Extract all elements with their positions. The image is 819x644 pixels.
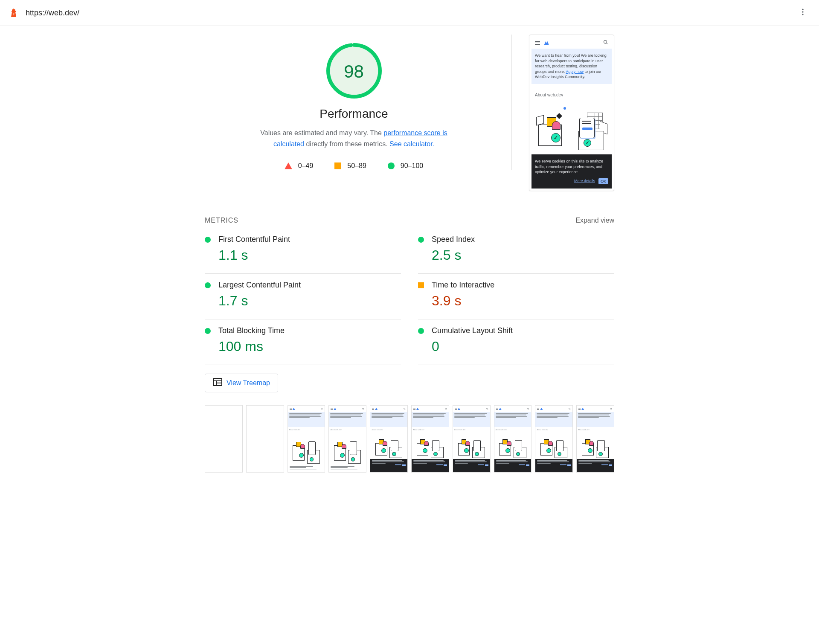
- webdev-logo-icon: [543, 41, 549, 46]
- performance-summary: 98 Performance Values are estimated and …: [205, 35, 512, 170]
- see-calculator-link[interactable]: See calculator.: [389, 140, 434, 148]
- apply-now-link: Apply now: [566, 70, 584, 74]
- metric-item: Time to Interactive 3.9 s: [418, 273, 614, 319]
- svg-line-26: [611, 409, 612, 409]
- treemap-icon: [213, 378, 222, 388]
- metrics-grid: First Contentful Paint 1.1 s Speed Index…: [205, 228, 614, 365]
- metric-name: Speed Index: [432, 235, 614, 244]
- svg-line-24: [570, 409, 570, 409]
- svg-point-23: [569, 408, 570, 409]
- filmstrip-frame[interactable]: About web.dev: [576, 405, 614, 473]
- metric-item: Total Blocking Time 100 ms: [205, 319, 401, 365]
- svg-line-6: [607, 43, 608, 44]
- filmstrip-frame[interactable]: About web.dev: [453, 405, 491, 473]
- expand-view-toggle[interactable]: Expand view: [575, 217, 614, 224]
- filmstrip-frame[interactable]: [246, 405, 284, 473]
- topbar: https://web.dev/: [0, 0, 819, 26]
- score-legend: 0–49 50–89 90–100: [205, 162, 503, 170]
- metric-value: 3.9 s: [432, 293, 614, 309]
- svg-point-19: [486, 408, 488, 409]
- svg-line-12: [322, 409, 323, 409]
- triangle-icon: [285, 162, 292, 169]
- metric-item: Largest Contentful Paint 1.7 s: [205, 273, 401, 319]
- svg-point-11: [321, 408, 322, 409]
- metric-status-icon: [418, 237, 424, 243]
- score-description: Values are estimated and may vary. The p…: [256, 128, 452, 149]
- metric-status-icon: [205, 237, 211, 243]
- metric-status-icon: [205, 282, 211, 288]
- preview-banner: We want to hear from you! We are looking…: [531, 49, 612, 84]
- legend-fail: 0–49: [285, 162, 314, 170]
- svg-point-21: [528, 408, 529, 409]
- metric-item: Speed Index 2.5 s: [418, 228, 614, 273]
- svg-line-16: [405, 409, 405, 409]
- filmstrip: About web.dev About web.dev About web.de…: [205, 405, 614, 473]
- metric-value: 0: [432, 339, 614, 354]
- legend-average: 50–89: [334, 162, 366, 170]
- metric-status-icon: [418, 328, 424, 334]
- performance-gauge: 98: [326, 43, 382, 100]
- metric-name: First Contentful Paint: [218, 235, 401, 244]
- metric-item: First Contentful Paint 1.1 s: [205, 228, 401, 273]
- circle-icon: [388, 162, 395, 169]
- page-url: https://web.dev/: [26, 9, 795, 17]
- more-details-link: More details: [574, 178, 595, 184]
- search-icon: [603, 40, 608, 46]
- svg-point-1: [802, 11, 803, 12]
- svg-point-15: [404, 408, 405, 409]
- filmstrip-frame[interactable]: About web.dev: [494, 405, 532, 473]
- metric-item: Cumulative Layout Shift 0: [418, 319, 614, 365]
- filmstrip-frame[interactable]: About web.dev: [411, 405, 449, 473]
- svg-point-17: [445, 408, 446, 409]
- svg-rect-7: [213, 379, 222, 386]
- svg-point-0: [802, 9, 803, 10]
- filmstrip-frame[interactable]: About web.dev: [370, 405, 408, 473]
- metric-name: Time to Interactive: [432, 281, 614, 290]
- preview-cookie-banner: We serve cookies on this site to analyze…: [531, 154, 612, 189]
- svg-line-20: [488, 409, 488, 409]
- svg-point-25: [610, 408, 612, 409]
- filmstrip-frame[interactable]: About web.dev: [328, 405, 366, 473]
- square-icon: [334, 162, 341, 169]
- svg-point-5: [604, 41, 607, 44]
- about-heading: About web.dev: [535, 93, 608, 97]
- metric-value: 1.7 s: [218, 293, 401, 309]
- svg-point-2: [802, 14, 803, 15]
- metric-value: 100 ms: [218, 339, 401, 354]
- lighthouse-icon: [9, 8, 19, 18]
- metric-value: 1.1 s: [218, 247, 401, 263]
- filmstrip-frame[interactable]: [205, 405, 243, 473]
- performance-score: 98: [344, 61, 364, 82]
- filmstrip-frame[interactable]: About web.dev: [288, 405, 325, 473]
- category-title: Performance: [205, 107, 503, 121]
- filmstrip-frame[interactable]: About web.dev: [535, 405, 573, 473]
- page-screenshot-preview: We want to hear from you! We are looking…: [529, 35, 614, 191]
- metric-value: 2.5 s: [432, 247, 614, 263]
- metric-name: Largest Contentful Paint: [218, 281, 401, 290]
- preview-illustration: ✓ ✓: [535, 103, 608, 150]
- metric-name: Cumulative Layout Shift: [432, 326, 614, 335]
- hamburger-icon: [535, 41, 540, 45]
- metric-name: Total Blocking Time: [218, 326, 401, 335]
- ok-button: OK: [598, 178, 608, 184]
- svg-line-18: [446, 409, 447, 409]
- metric-status-icon: [205, 328, 211, 334]
- legend-pass: 90–100: [388, 162, 423, 170]
- svg-point-13: [363, 408, 364, 409]
- more-menu-button[interactable]: [795, 4, 810, 21]
- svg-line-22: [529, 409, 529, 409]
- svg-line-14: [363, 409, 364, 409]
- metric-status-icon: [418, 282, 424, 288]
- view-treemap-button[interactable]: View Treemap: [205, 374, 278, 392]
- metrics-heading: METRICS: [205, 217, 238, 224]
